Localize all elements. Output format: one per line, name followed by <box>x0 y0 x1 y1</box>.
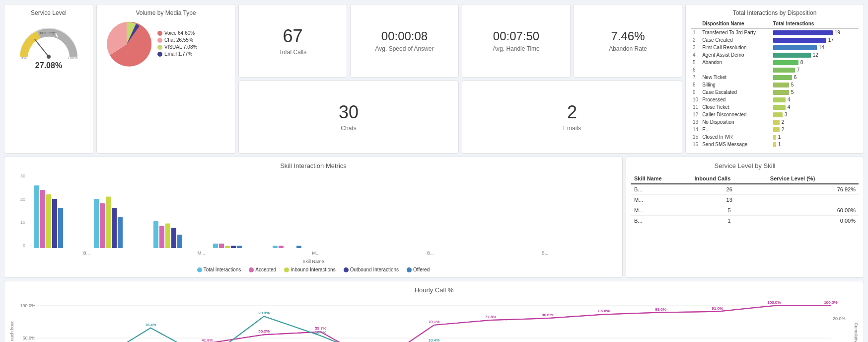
hourly-chart-area: 0.0%50.0%100.0%0.0%10.0%20.0%04:0005:000… <box>17 296 851 342</box>
bar-x-label: B... <box>488 251 602 256</box>
total-calls-label: Total Calls <box>279 49 306 56</box>
disp-count: 5 <box>791 82 794 87</box>
skill-name-cell: B... <box>631 184 692 195</box>
bar-x-labels: B...M...M...B...B... <box>29 251 602 256</box>
inbound-calls-cell: 26 <box>692 184 767 195</box>
legend-dot <box>197 267 202 272</box>
avg-speed-card: 00:00:08 Avg. Speed of Answer <box>350 4 459 78</box>
middle-row: Skill Interaction Metrics 30 20 10 0 B..… <box>4 157 864 278</box>
service-level-cell <box>767 195 859 205</box>
service-level-col: Service Level (%) <box>767 173 859 184</box>
disp-bar-cell: 17 <box>771 36 859 44</box>
skill-metrics-title: Skill Interaction Metrics <box>9 162 617 170</box>
svg-rect-30 <box>296 246 301 249</box>
disp-count: 6 <box>794 75 797 80</box>
visual-label: VISUAL 7.08% <box>164 44 197 50</box>
pie-legend: Voice 64.60% Chat 26.55% VISUAL 7.08% Em… <box>157 30 197 58</box>
svg-text:100.0%: 100.0% <box>824 300 837 305</box>
disp-name: Transferred To 3rd Party <box>700 28 771 36</box>
disp-bar-cell: 8 <box>771 59 859 66</box>
avg-handle-value: 00:07:50 <box>493 29 539 43</box>
disp-count: 3 <box>785 112 788 117</box>
disp-name: Case Created <box>700 36 771 44</box>
gauge-value: 27.08% <box>35 61 62 70</box>
inbound-calls-col: Inbound Calls <box>692 173 767 184</box>
service-level-cell: 0.00% <box>767 216 859 226</box>
service-skill-table: Skill Name Inbound Calls Service Level (… <box>631 173 859 226</box>
disp-rank: 8 <box>691 81 700 88</box>
svg-text:100.0%: 100.0% <box>20 303 35 308</box>
pie-chart <box>102 19 151 69</box>
disp-count: 4 <box>788 97 791 102</box>
svg-text:91.0%: 91.0% <box>712 306 723 311</box>
disp-bar <box>773 60 798 65</box>
emails-value: 2 <box>567 102 577 123</box>
legend-chat: Chat 26.55% <box>157 37 197 43</box>
disp-rank: 14 <box>691 126 700 133</box>
chats-value: 30 <box>339 102 359 123</box>
inbound-calls-cell: 5 <box>692 205 767 216</box>
disp-bar <box>773 38 826 43</box>
hourly-title: Hourly Call % <box>9 286 859 294</box>
disp-name: Billing <box>700 81 771 88</box>
svg-rect-22 <box>219 244 224 248</box>
chat-dot <box>157 38 162 43</box>
skill-x-axis-label: Skill Name <box>9 259 617 264</box>
skill-name-col: Skill Name <box>631 173 692 184</box>
disp-bar <box>773 45 817 50</box>
voice-dot <box>157 31 162 36</box>
service-level-title: Service Level <box>9 9 88 16</box>
svg-line-1 <box>35 39 49 57</box>
disp-bar <box>773 97 786 102</box>
table-row: B... 26 76.92% <box>631 184 859 195</box>
legend-label: Outbound Interactions <box>350 267 399 272</box>
disp-bar-cell: 4 <box>771 103 859 111</box>
disp-rank: 13 <box>691 118 700 126</box>
email-label: Email 1.77% <box>164 51 192 57</box>
disp-name-col-header: Disposition Name <box>700 19 771 28</box>
abandon-card: 7.46% Abandon Rate <box>574 4 682 78</box>
disp-rank: 12 <box>691 111 700 118</box>
disp-count: 1 <box>778 134 781 140</box>
disp-name: Send SMS Message <box>700 141 771 148</box>
disp-name: Agent Assist Demo <box>700 51 771 59</box>
disp-bar-cell: 1 <box>771 141 859 148</box>
legend-label: Accepted <box>255 267 276 272</box>
disp-rank: 1 <box>691 28 700 36</box>
chats-label: Chats <box>341 125 356 132</box>
stats-top-row: 67 Total Calls 00:00:08 Avg. Speed of An… <box>238 4 682 78</box>
disp-bar <box>773 90 789 95</box>
bar-x-label: B... <box>373 251 488 256</box>
svg-rect-21 <box>213 244 218 248</box>
disposition-card: Total Interactions by Disposition Dispos… <box>685 4 864 154</box>
svg-rect-11 <box>94 199 99 248</box>
disp-rank: 2 <box>691 36 700 44</box>
disp-rank: 5 <box>691 59 700 66</box>
service-level-cell: 60.00% <box>767 205 859 216</box>
service-level-card: Service Level 0% 100% <box>4 4 93 154</box>
inbound-calls-cell: 1 <box>692 216 767 226</box>
legend-voice: Voice 64.60% <box>157 30 197 36</box>
bar-legend-item: Offered <box>407 267 430 272</box>
disp-name: Closed In IVR <box>700 133 771 141</box>
disp-bar-cell: 12 <box>771 51 859 59</box>
svg-rect-15 <box>118 217 123 248</box>
svg-rect-27 <box>279 246 284 249</box>
disp-bar <box>773 120 780 125</box>
svg-rect-13 <box>106 197 111 249</box>
disp-rank: 15 <box>691 133 700 141</box>
svg-rect-18 <box>165 224 170 249</box>
svg-text:20.9%: 20.9% <box>258 311 270 315</box>
disp-bar-cell: 5 <box>771 81 859 88</box>
disposition-table: Disposition Name Total Interactions 1 Tr… <box>691 19 859 148</box>
svg-rect-26 <box>273 246 278 249</box>
y-left-label: % of calls each hour <box>9 296 17 342</box>
y-axis: 30 20 10 0 <box>9 173 27 248</box>
disp-name: E... <box>700 126 771 133</box>
skill-name-cell: B... <box>631 216 692 226</box>
svg-rect-10 <box>58 208 63 248</box>
bar-x-label: B... <box>29 251 144 256</box>
disp-name: Abandon <box>700 59 771 66</box>
visual-dot <box>157 45 162 50</box>
disp-rank: 10 <box>691 96 700 103</box>
